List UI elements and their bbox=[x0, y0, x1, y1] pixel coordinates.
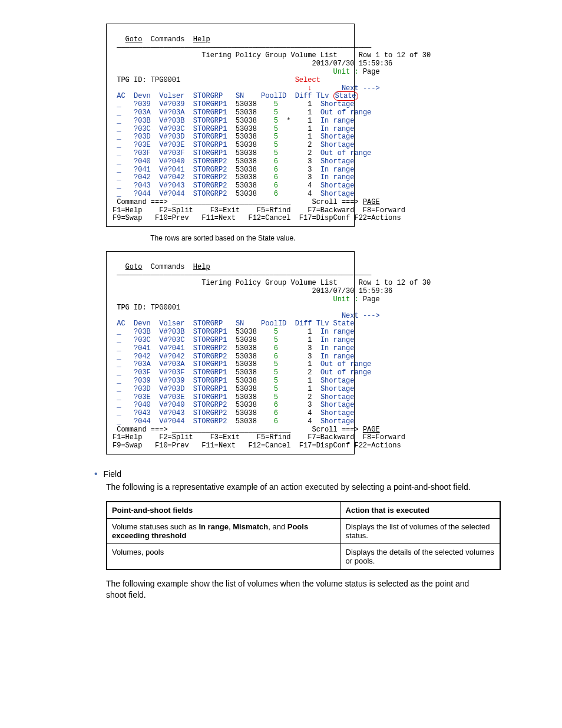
menu-goto[interactable]: Goto bbox=[125, 263, 143, 271]
column-headers: AC Devn Volser STORGRP SN PoolID Diff TL… bbox=[113, 319, 355, 328]
scroll-value[interactable]: PAGE bbox=[363, 426, 380, 434]
menu-goto[interactable]: Goto bbox=[125, 35, 143, 44]
tpg-value: TPG0001 bbox=[151, 76, 180, 84]
scroll-label: Scroll ===> bbox=[312, 198, 362, 206]
terminal-screen-2: Goto Commands Help ─────────────────────… bbox=[106, 251, 355, 454]
screen-title: Tiering Policy Group Volume List bbox=[201, 51, 337, 60]
timestamp: 2013/07/30 15:59:36 bbox=[312, 60, 392, 68]
screen-title: Tiering Policy Group Volume List bbox=[201, 279, 337, 287]
command-label[interactable]: Command ===> bbox=[117, 426, 167, 434]
table-header-1: Point-and-shoot fields bbox=[107, 502, 340, 519]
unit-label: Unit : bbox=[333, 68, 362, 76]
select-label: Select bbox=[295, 76, 320, 84]
paragraph-2: The following example show the list of v… bbox=[106, 578, 491, 601]
menu-help[interactable]: Help bbox=[193, 263, 210, 271]
table-row: Volume statuses such as In range, Mismat… bbox=[107, 518, 500, 543]
menu-help[interactable]: Help bbox=[193, 35, 210, 44]
fields-table: Point-and-shoot fields Action that is ex… bbox=[106, 501, 501, 570]
menu-commands[interactable]: Commands bbox=[151, 263, 185, 271]
unit-value: Page bbox=[363, 295, 380, 304]
column-headers: AC Devn Volser STORGRP SN PoolID Diff TL… bbox=[113, 91, 358, 101]
fkeys-1: F1=Help F2=Split F3=Exit F5=Rfind F7=Bac… bbox=[113, 206, 405, 215]
tpg-value: TPG0001 bbox=[151, 304, 180, 312]
paragraph-1: The following is a representative exampl… bbox=[106, 482, 491, 493]
tpg-label: TPG ID: bbox=[117, 304, 151, 312]
arrow-char: ↓ bbox=[308, 84, 312, 93]
caption-text: The rows are sorted based on the State v… bbox=[106, 234, 342, 243]
unit-label: Unit : bbox=[333, 295, 362, 304]
scroll-value[interactable]: PAGE bbox=[363, 198, 380, 206]
bullet-field: •Field bbox=[94, 469, 527, 479]
timestamp: 2013/07/30 15:59:36 bbox=[312, 287, 392, 295]
table-header-2: Action that is executed bbox=[340, 502, 500, 519]
table-rows-2: _ ?03B V#?03B STORGRP1 53038 5 1 In rang… bbox=[113, 328, 371, 426]
terminal-screen-1: Goto Commands Help ─────────────────────… bbox=[106, 24, 355, 227]
row-info: Row 1 to 12 of 30 bbox=[359, 51, 431, 60]
table-rows-1: _ ?039 V#?039 STORGRP1 53038 5 1 Shortag… bbox=[113, 100, 371, 198]
unit-value: Page bbox=[363, 68, 380, 76]
fkeys-1: F1=Help F2=Split F3=Exit F5=Rfind F7=Bac… bbox=[113, 433, 405, 442]
fkeys-2: F9=Swap F10=Prev F11=Next F12=Cancel F17… bbox=[113, 214, 401, 222]
tpg-label: TPG ID: bbox=[117, 76, 151, 84]
table-row: Volumes, pools Displays the details of t… bbox=[107, 543, 500, 569]
scroll-label: Scroll ===> bbox=[312, 426, 362, 434]
row-info: Row 1 to 12 of 30 bbox=[359, 279, 431, 287]
fkeys-2: F9=Swap F10=Prev F11=Next F12=Cancel F17… bbox=[113, 442, 401, 450]
command-label[interactable]: Command ===> bbox=[117, 198, 167, 206]
menu-commands[interactable]: Commands bbox=[151, 35, 185, 44]
next-link[interactable]: Next ---> bbox=[342, 312, 380, 320]
